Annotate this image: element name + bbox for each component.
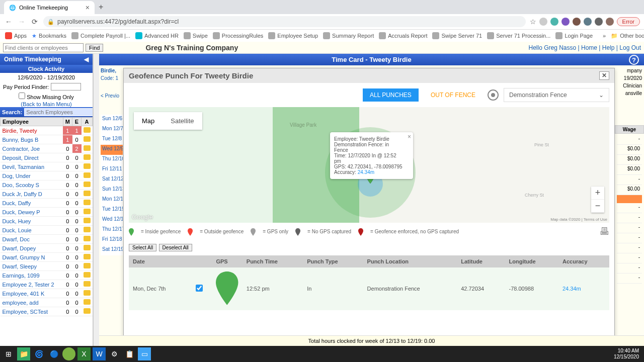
new-tab-button[interactable]: +: [95, 0, 107, 14]
help-icon[interactable]: ?: [629, 55, 639, 65]
bookmark-item[interactable]: Swipe: [184, 32, 208, 39]
taskbar-app-icon[interactable]: 📋: [123, 347, 136, 360]
bookmark-item[interactable]: Server 71 Processin...: [487, 32, 550, 39]
col-a[interactable]: A: [82, 118, 93, 126]
sidebar-scrollbar[interactable]: [93, 54, 99, 346]
forward-button[interactable]: →: [17, 17, 26, 26]
map-footer[interactable]: Map data ©2020 | Terms of Use: [550, 217, 607, 222]
search-employees-input[interactable]: [24, 108, 93, 116]
reload-button[interactable]: ⟳: [30, 17, 39, 26]
bookmark-item[interactable]: Advanced HR: [135, 32, 179, 39]
employee-row[interactable]: employee, add00: [1, 298, 93, 307]
date-row[interactable]: Sat 12/19: [101, 245, 123, 255]
taskbar-app-icon[interactable]: [62, 347, 75, 360]
date-row[interactable]: Thu 12/17: [101, 225, 123, 235]
collapse-icon[interactable]: ◀: [84, 56, 89, 63]
error-button[interactable]: Error: [617, 17, 640, 26]
satellite-tab[interactable]: Satellite: [163, 112, 202, 130]
start-button[interactable]: ⊞: [2, 347, 15, 360]
employee-row[interactable]: Dwarf, Doc00: [1, 235, 93, 244]
employee-row[interactable]: Employee, SCTest00: [1, 307, 93, 316]
logout-link[interactable]: Log Out: [619, 44, 641, 51]
punch-checkbox[interactable]: [196, 285, 203, 292]
show-missing-checkbox[interactable]: [19, 93, 25, 99]
date-row[interactable]: Sat 12/12: [101, 175, 123, 185]
zoom-in-button[interactable]: +: [591, 187, 604, 200]
bookmark-item[interactable]: Summary Report: [323, 32, 374, 39]
out-of-fence-button[interactable]: OUT OF FENCE: [424, 88, 482, 102]
taskbar-app-icon[interactable]: 🌀: [32, 347, 45, 360]
employee-row[interactable]: Dwarf, Grumpy N00: [1, 253, 93, 262]
ext-icon[interactable]: [584, 18, 592, 26]
sidebar-header[interactable]: Online Timekeeping◀: [0, 54, 93, 65]
taskbar-clock[interactable]: 10:40 AM12/15/2020: [614, 348, 642, 360]
back-to-main-link[interactable]: (Back to Main Menu): [0, 101, 93, 107]
previous-link[interactable]: < Previo: [99, 92, 124, 100]
chrome-icon[interactable]: 🔵: [47, 347, 60, 360]
employee-row[interactable]: Duck, Huey00: [1, 217, 93, 226]
date-row[interactable]: Mon 12/14: [101, 195, 123, 205]
home-link[interactable]: Home: [581, 44, 597, 51]
help-link[interactable]: Help: [602, 44, 615, 51]
date-row[interactable]: Sun 12/13: [101, 185, 123, 195]
employee-row[interactable]: Birdie, Tweety11: [1, 126, 93, 135]
ext-icon[interactable]: [539, 18, 547, 26]
bookmark-item[interactable]: Swipe Server 71: [432, 32, 482, 39]
find-input[interactable]: [3, 43, 84, 52]
punch-row[interactable]: Mon, Dec 7th 12:52 pm In Demonstration F…: [129, 267, 609, 310]
date-row[interactable]: Sun 12/6: [101, 115, 123, 125]
pay-period-input[interactable]: [51, 83, 81, 90]
zoom-out-button[interactable]: −: [591, 200, 604, 213]
date-row[interactable]: Wed 12/16: [101, 215, 123, 225]
employee-row[interactable]: Doo, Scooby S00: [1, 180, 93, 190]
select-all-button[interactable]: Select All: [129, 244, 156, 251]
date-row[interactable]: Tue 12/15: [101, 205, 123, 215]
fence-select[interactable]: Demonstration Fence⌄: [504, 88, 609, 102]
bookmark-item[interactable]: Employee Setup: [268, 32, 318, 39]
browser-tab[interactable]: 🌐 Online Timekeeping ×: [4, 1, 95, 14]
bookmark-overflow[interactable]: »: [603, 33, 606, 39]
ext-icon[interactable]: [550, 18, 558, 26]
map-tab[interactable]: Map: [134, 112, 163, 130]
modal-close-button[interactable]: ✕: [599, 71, 609, 80]
all-punches-button[interactable]: ALL PUNCHES: [363, 88, 419, 102]
settings-icon[interactable]: ⚙: [108, 347, 121, 360]
employee-row[interactable]: Duck, Dewey P00: [1, 208, 93, 217]
employee-row[interactable]: Employee, 401 K00: [1, 289, 93, 298]
apps-button[interactable]: Apps: [5, 32, 27, 39]
url-box[interactable]: 🔒 payrollservers.us:4472/pg/default.aspx…: [43, 16, 526, 27]
ext-icon[interactable]: [573, 18, 581, 26]
date-row[interactable]: Fri 12/11: [101, 165, 123, 175]
close-icon[interactable]: ×: [86, 4, 90, 12]
bookmark-item[interactable]: Accruals Report: [379, 32, 427, 39]
other-bookmarks[interactable]: 📁Other bookmarks: [611, 33, 644, 39]
employee-row[interactable]: Contractor, Joe02: [1, 144, 93, 153]
date-row[interactable]: Fri 12/18: [101, 235, 123, 245]
target-icon[interactable]: [488, 89, 499, 101]
col-m[interactable]: M: [63, 118, 72, 126]
date-row[interactable]: Tue 12/8: [101, 135, 123, 145]
back-button[interactable]: ←: [4, 17, 13, 26]
employee-row[interactable]: Dwarf, Dopey00: [1, 244, 93, 253]
bookmark-item[interactable]: ProcessingRules: [213, 32, 264, 39]
map-area[interactable]: Map Satellite Village Park Pine St Cherr…: [129, 107, 609, 223]
date-row[interactable]: Thu 12/10: [101, 155, 123, 165]
employee-row[interactable]: Duck, Louie00: [1, 226, 93, 235]
find-button[interactable]: Find: [86, 44, 103, 52]
employee-row[interactable]: Bunny, Bugs B10: [1, 135, 93, 144]
employee-row[interactable]: Deposit, Direct00: [1, 153, 93, 162]
bookmark-star-icon[interactable]: ☆: [530, 18, 536, 26]
info-close-icon[interactable]: ×: [408, 133, 411, 140]
employee-row[interactable]: Devil, Tazmanian00: [1, 162, 93, 171]
date-row[interactable]: Mon 12/7: [101, 125, 123, 135]
col-e[interactable]: E: [72, 118, 82, 126]
file-explorer-icon[interactable]: 📁: [17, 347, 30, 360]
deselect-all-button[interactable]: Deselect All: [159, 244, 192, 251]
avatar-icon[interactable]: [606, 18, 614, 26]
col-employee[interactable]: Employee: [1, 118, 63, 126]
bookmark-item[interactable]: Login Page: [555, 32, 593, 39]
print-icon[interactable]: 🖶: [599, 226, 609, 237]
bookmark-item[interactable]: ★Bookmarks: [32, 33, 66, 39]
employee-row[interactable]: Employee 2, Tester 200: [1, 280, 93, 289]
excel-icon[interactable]: X: [77, 347, 91, 360]
